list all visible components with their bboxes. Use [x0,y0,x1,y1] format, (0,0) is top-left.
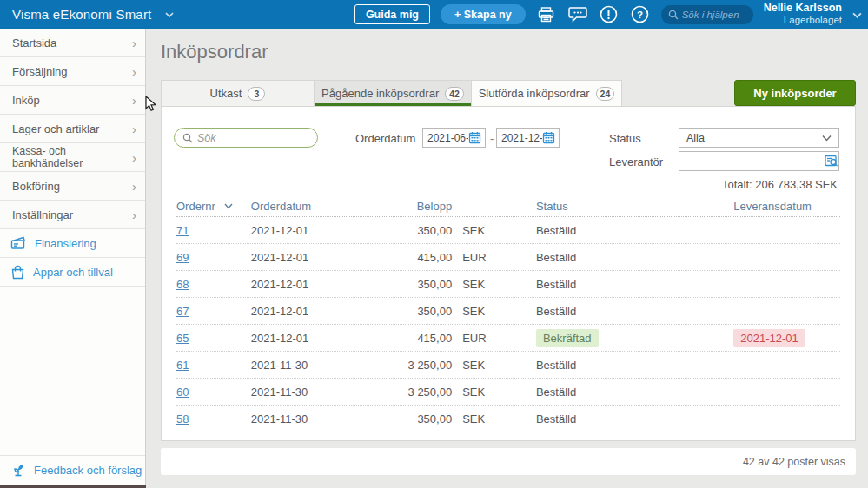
amount-cell: 3 250,00 [374,386,452,399]
order-number-link[interactable]: 71 [176,224,189,237]
order-date-cell: 2021-12-01 [251,305,374,318]
sidebar-item-startsida[interactable]: Startsida› [0,29,145,57]
chevron-right-icon: › [132,151,136,164]
tab-label: Utkast [210,87,242,100]
currency-cell: SEK [452,224,536,237]
sidebar-item-appar-och-tillval[interactable]: Appar och tillval [0,258,145,287]
sidebar-item-lager-och-artiklar[interactable]: Lager och artiklar› [0,115,145,143]
table-row: 60 2021-11-30 3 250,00 SEK Beställd [176,379,840,406]
status-select[interactable]: Alla [679,128,839,148]
print-icon[interactable] [536,4,557,25]
sidebar-item-forsaljning[interactable]: Försäljning› [0,57,145,86]
purchase-orders-panel: Orderdatum - Status Alla Leverantör T [161,106,856,441]
table-body: 71 2021-12-01 350,00 SEK Beställd 69 202… [176,217,840,432]
chat-icon[interactable] [567,4,588,25]
orderdatum-label: Orderdatum [355,132,415,145]
currency-cell: EUR [452,251,536,264]
purchase-orders-table: Ordernr Orderdatum Belopp Status Leveran… [176,196,840,432]
sidebar-item-inkop[interactable]: Inköp› [0,86,145,115]
column-header-orderdatum[interactable]: Orderdatum [251,200,374,213]
leverantor-label: Leverantör [609,155,663,168]
status-cell: Beställd [536,278,576,291]
date-from-field [422,128,486,148]
order-number-link[interactable]: 60 [176,386,189,399]
chevron-down-icon[interactable] [852,10,861,19]
table-header-row: Ordernr Orderdatum Belopp Status Leveran… [176,196,840,217]
user-menu[interactable]: Nellie Karlsson Lagerbolaget [764,2,842,27]
column-header-leveransdatum[interactable]: Leveransdatum [733,200,840,213]
new-purchase-order-button[interactable]: Ny inköpsorder [734,80,856,106]
order-number-link[interactable]: 61 [176,359,189,372]
tab-slutforda-inkopsordrar[interactable]: Slutförda inköpsordrar 24 [472,80,622,106]
status-label: Status [609,132,641,145]
tab-utkast[interactable]: Utkast 3 [161,80,315,106]
calendar-icon[interactable] [468,131,484,144]
sidebar-item-label: Appar och tillval [33,266,113,279]
chevron-right-icon: › [132,208,136,221]
sidebar-item-label: Bokföring [12,180,60,193]
order-date-cell: 2021-12-01 [251,278,374,291]
svg-text:?: ? [637,10,643,20]
table-row: 65 2021-12-01 415,00 EUR Bekräftad 2021-… [176,325,840,352]
order-number-link[interactable]: 69 [176,251,189,264]
order-number-link[interactable]: 68 [176,278,189,291]
table-footer: 42 av 42 poster visas [161,448,856,475]
order-date-cell: 2021-12-01 [251,251,374,264]
tab-label: Pågående inköpsordrar [321,87,439,100]
table-search-input[interactable] [174,128,318,148]
order-number-link[interactable]: 67 [176,305,189,318]
date-from-input[interactable] [423,132,468,144]
sidebar-item-installningar[interactable]: Inställningar› [0,201,145,229]
tab-count-badge: 42 [445,87,464,101]
main-content: Inköpsordrar Utkast 3 Pågående inköpsord… [146,29,868,488]
status-cell: Beställd [536,412,576,425]
sidebar-item-label: Lager och artiklar [12,122,99,135]
calendar-icon[interactable] [542,131,558,144]
sidebar-item-label: Startsida [12,36,56,49]
currency-cell: SEK [452,305,536,318]
order-number-link[interactable]: 58 [176,412,189,425]
records-shown-text: 42 av 42 poster visas [743,456,845,468]
tab-count-badge: 3 [248,87,265,101]
amount-cell: 415,00 [374,251,452,264]
user-company: Lagerbolaget [764,15,842,27]
order-number-link[interactable]: 65 [176,332,189,345]
tab-pagaende-inkopsordrar[interactable]: Pågående inköpsordrar 42 [315,80,472,106]
status-cell: Beställd [536,305,576,318]
sidebar: Startsida› Försäljning› Inköp› Lager och… [0,29,146,488]
help-icon[interactable]: ? [630,4,651,25]
alert-icon[interactable] [599,4,620,25]
table-row: 67 2021-12-01 350,00 SEK Beställd [176,298,840,325]
guide-me-button[interactable]: Guida mig [354,4,430,24]
cards-icon [10,236,27,250]
sidebar-item-label: Försäljning [12,65,68,78]
status-cell: Bekräftad [536,329,599,347]
sidebar-item-finansiering[interactable]: Finansiering [0,229,145,258]
amount-cell: 350,00 [374,412,452,425]
date-to-field [496,128,560,148]
tab-label: Slutförda inköpsordrar [479,87,590,100]
column-header-ordernr[interactable]: Ordernr [176,200,251,213]
lookup-icon[interactable] [825,152,838,170]
app-switcher[interactable]: Visma eEkonomi Smart [12,7,174,22]
currency-cell: EUR [452,332,536,345]
chevron-right-icon: › [132,122,136,135]
column-header-label: Ordernr [176,200,215,213]
sidebar-item-kassa-och-bankhandelser[interactable]: Kassa- och bankhändelser› [0,143,145,172]
date-range-separator: - [490,132,494,145]
column-header-status[interactable]: Status [536,200,733,213]
column-header-belopp[interactable]: Belopp [374,200,452,213]
currency-cell: SEK [452,386,536,399]
app-title: Visma eEkonomi Smart [12,7,151,22]
date-to-input[interactable] [497,132,542,144]
tab-count-badge: 24 [596,87,615,101]
status-cell: Beställd [536,359,576,372]
order-date-cell: 2021-11-30 [251,412,374,425]
sidebar-item-bokforing[interactable]: Bokföring› [0,172,145,201]
create-new-button[interactable]: + Skapa ny [441,4,526,24]
amount-cell: 3 250,00 [374,359,452,372]
sidebar-item-label: Kassa- och bankhändelser [12,145,132,169]
sidebar-item-feedback[interactable]: Feedback och förslag [0,455,145,484]
tab-bar: Utkast 3 Pågående inköpsordrar 42 Slutfö… [161,80,622,106]
leverantor-input[interactable] [676,155,825,168]
